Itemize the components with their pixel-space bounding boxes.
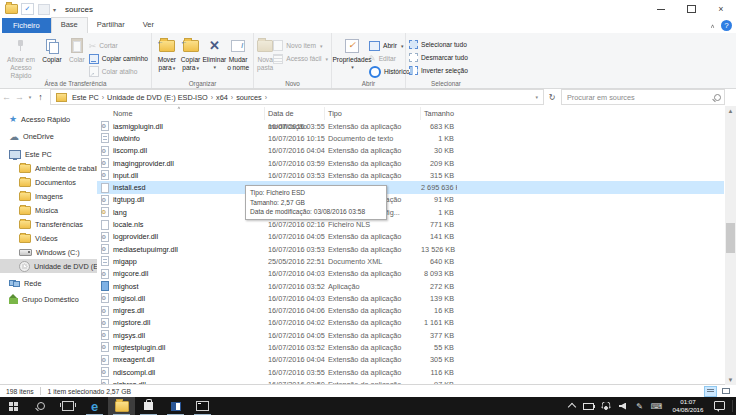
hidden-icons-button[interactable] — [563, 397, 580, 415]
file-row[interactable]: migapp 25/05/2016 22:51 Documento XML 64… — [97, 255, 724, 267]
scrollbar-thumb[interactable] — [726, 223, 735, 253]
sidebar-item[interactable]: Imagens — [0, 189, 97, 203]
qat-properties-button[interactable]: ✓ — [21, 3, 34, 15]
sidebar-item[interactable]: Unidade de DVD (E:) ESD-ISO — [0, 259, 97, 273]
breadcrumb-segment[interactable]: Unidade de DVD (E:) ESD-ISO — [105, 93, 210, 102]
column-header-type[interactable]: Tipo — [325, 107, 421, 120]
file-row[interactable]: mediasetupuimgr.dll 16/07/2016 03:53 Ext… — [97, 243, 724, 255]
store-taskbar-button[interactable] — [135, 397, 162, 415]
scroll-down-icon[interactable]: ▼ — [725, 375, 736, 385]
wifi-tray-icon[interactable] — [597, 397, 614, 415]
file-row[interactable]: mighost 16/07/2016 03:52 Aplicação 272 K… — [97, 280, 724, 292]
taskbar-clock[interactable]: 01:07 04/08/2016 — [665, 398, 711, 414]
edge-taskbar-button[interactable]: e — [81, 397, 108, 415]
pin-to-quick-access-button[interactable]: Afixar emAcesso Rápido — [3, 35, 39, 80]
file-row[interactable]: install.esd 03/08/2016 03:58 Ficheiro ES… — [97, 181, 724, 193]
details-view-button[interactable] — [704, 386, 717, 397]
easy-access-button[interactable]: Acesso fácil▾ — [273, 52, 328, 65]
select-none-button[interactable]: Desmarcar tudo — [409, 51, 468, 64]
sidebar-item[interactable]: Ambiente de trabalho — [0, 161, 97, 175]
file-row[interactable]: logprovider.dll 16/07/2016 04:05 Extensã… — [97, 231, 724, 243]
pen-tray-icon[interactable]: ✎ — [631, 397, 648, 415]
file-row[interactable]: migisol.dll 16/07/2016 04:03 Extensão da… — [97, 292, 724, 304]
copy-button[interactable]: Copiar — [39, 35, 65, 64]
breadcrumb-segment[interactable]: sources — [234, 93, 264, 102]
cmd-taskbar-button[interactable] — [189, 397, 216, 415]
copy-to-button[interactable]: ← Copiar para▾ — [179, 35, 203, 72]
select-all-button[interactable]: Selecionar tudo — [409, 38, 468, 51]
cut-button[interactable]: ✂Cortar — [89, 39, 148, 52]
battery-tray-icon[interactable] — [580, 397, 597, 415]
up-button[interactable]: ↑ — [34, 92, 47, 102]
collapse-ribbon-button[interactable]: ∧ — [710, 22, 715, 28]
breadcrumb-segment[interactable]: Este PC — [70, 93, 101, 102]
close-button[interactable]: × — [706, 0, 736, 18]
new-item-button[interactable]: Novo item▾ — [273, 39, 328, 52]
sidebar-item[interactable]: Rede — [0, 276, 97, 290]
maximize-button[interactable] — [676, 0, 706, 18]
action-center-button[interactable] — [711, 397, 728, 415]
address-dropdown-button[interactable]: ▾ — [532, 94, 541, 100]
file-row[interactable]: migstore.dll 16/07/2016 04:02 Extensão d… — [97, 317, 724, 329]
refresh-button[interactable]: ↻ — [544, 93, 560, 102]
invert-selection-button[interactable]: Inverter seleção — [409, 64, 468, 77]
start-button[interactable] — [0, 397, 27, 415]
properties-button[interactable]: ✓ Propriedades ▾ — [335, 35, 369, 70]
paste-button[interactable]: Colar — [65, 35, 89, 64]
new-folder-button[interactable]: Novapasta — [257, 35, 273, 72]
column-header-date[interactable]: Data de modificação — [265, 107, 325, 120]
ribbon-tab[interactable]: Base — [51, 17, 88, 33]
sidebar-item[interactable]: Grupo Doméstico — [0, 292, 97, 306]
open-button[interactable]: Abrir▾ — [369, 39, 410, 52]
file-row[interactable]: input.dll 16/07/2016 03:53 Extensão da a… — [97, 169, 724, 181]
word-taskbar-button[interactable] — [162, 397, 189, 415]
task-view-button[interactable] — [54, 397, 81, 415]
sidebar-item[interactable]: Este PC — [0, 147, 97, 161]
file-row[interactable]: iasmigplugin.dll 16/07/2016 03:55 Extens… — [97, 120, 724, 132]
taskbar-search-button[interactable] — [27, 397, 54, 415]
file-row[interactable]: itgtupg.dll Extensão da aplicação 91 KB — [97, 194, 724, 206]
file-row[interactable]: idwbinfo 16/07/2016 10:15 Documento de t… — [97, 132, 724, 144]
recent-locations-button[interactable]: ▾ — [26, 94, 34, 100]
column-header-name[interactable]: Nome — [97, 107, 265, 120]
sidebar-item[interactable]: Música — [0, 203, 97, 217]
file-row[interactable]: migtestplugin.dll 16/07/2016 03:52 Exten… — [97, 341, 724, 353]
edit-button[interactable]: ✎Editar — [369, 52, 410, 65]
sidebar-item[interactable]: OneDrive — [0, 129, 97, 143]
help-button[interactable]: ? — [721, 20, 732, 31]
sidebar-item[interactable]: Transferências — [0, 217, 97, 231]
file-row[interactable]: migcore.dll 16/07/2016 04:03 Extensão da… — [97, 268, 724, 280]
qat-new-folder-button[interactable] — [37, 3, 50, 15]
show-desktop-button[interactable] — [732, 400, 733, 412]
paste-shortcut-button[interactable]: Colar atalho — [89, 65, 148, 78]
volume-tray-icon[interactable] — [614, 397, 631, 415]
touch-keyboard-tray-icon[interactable]: ⌨ — [648, 397, 665, 415]
thumbnails-view-button[interactable] — [719, 386, 732, 397]
ribbon-tab[interactable]: Partilhar — [88, 17, 134, 32]
sidebar-item[interactable]: Vídeos — [0, 231, 97, 245]
chevron-right-icon[interactable]: › — [264, 94, 268, 101]
vertical-scrollbar[interactable]: ▲ ▼ — [725, 106, 736, 385]
breadcrumb-segment[interactable]: x64 — [214, 93, 230, 102]
file-row[interactable]: ndiscompl.dll 16/07/2016 03:55 Extensão … — [97, 366, 724, 378]
file-row[interactable]: locale.nls 16/07/2016 02:16 Ficheiro NLS… — [97, 218, 724, 230]
column-header-size[interactable]: Tamanho — [421, 107, 457, 120]
file-row[interactable]: iiscomp.dll 16/07/2016 04:04 Extensão da… — [97, 145, 724, 157]
tab-ficheiro[interactable]: Ficheiro — [2, 18, 51, 33]
forward-button[interactable]: → — [13, 92, 26, 102]
delete-button[interactable]: ✕ Eliminar ▾ — [202, 35, 226, 70]
qat-customize-button[interactable]: ▾ — [53, 6, 56, 13]
file-row[interactable]: lang Definições de config... 1 KB — [97, 206, 724, 218]
sidebar-item[interactable]: Windows (C:) — [0, 245, 97, 259]
back-button[interactable]: ← — [0, 92, 13, 102]
history-button[interactable]: Histórico — [369, 65, 410, 78]
minimize-button[interactable] — [646, 0, 676, 18]
copy-path-button[interactable]: Copiar caminho — [89, 52, 148, 65]
rename-button[interactable]: Mudaro nome — [226, 35, 250, 72]
scroll-up-icon[interactable]: ▲ — [725, 106, 736, 116]
file-row[interactable]: migsys.dll 16/07/2016 04:05 Extensão da … — [97, 329, 724, 341]
search-input[interactable] — [565, 92, 714, 103]
address-bar[interactable]: Este PC › Unidade de DVD (E:) ESD-ISO › … — [50, 89, 544, 105]
ribbon-tab[interactable]: Ver — [134, 17, 163, 32]
move-to-button[interactable]: ← Mover para▾ — [155, 35, 179, 72]
